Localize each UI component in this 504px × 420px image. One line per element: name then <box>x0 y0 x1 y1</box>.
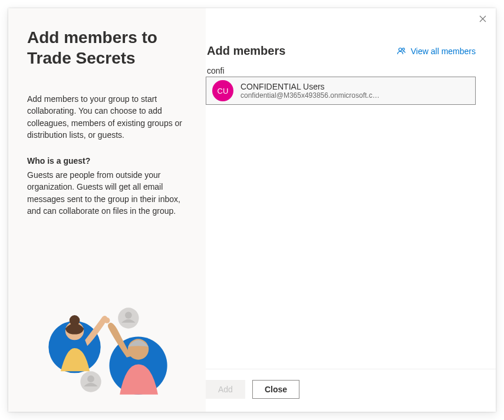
main-heading: Add members <box>207 44 285 58</box>
close-button[interactable]: Close <box>252 380 299 399</box>
guest-subheading: Who is a guest? <box>27 156 189 166</box>
panel-title: Add members to Trade Secrets <box>27 27 189 68</box>
suggestion-text: CONFIDENTIAL Users confidential@M365x493… <box>241 82 380 100</box>
avatar: CU <box>212 80 233 101</box>
member-suggestion[interactable]: CU CONFIDENTIAL Users confidential@M365x… <box>206 77 476 105</box>
suggestion-name: CONFIDENTIAL Users <box>241 82 380 91</box>
people-illustration <box>27 295 189 406</box>
svg-point-1 <box>125 312 132 319</box>
svg-point-3 <box>87 375 94 382</box>
guest-description: Guests are people from outside your orga… <box>27 169 189 217</box>
svg-point-11 <box>402 48 404 50</box>
header-row: Add members View all members <box>207 8 496 66</box>
search-input[interactable]: confi <box>207 66 496 75</box>
svg-point-9 <box>104 318 110 323</box>
main-panel: Add members View all members confi CU CO… <box>206 8 496 412</box>
add-members-dialog: Add members to Trade Secrets Add members… <box>8 8 496 412</box>
add-button: Add <box>206 380 245 399</box>
view-all-members-link[interactable]: View all members <box>397 47 476 56</box>
dialog-footer: Add Close <box>206 369 496 412</box>
people-icon <box>397 47 406 56</box>
svg-point-10 <box>398 48 401 51</box>
view-all-label: View all members <box>411 47 476 56</box>
panel-description: Add members to your group to start colla… <box>27 93 189 141</box>
info-panel: Add members to Trade Secrets Add members… <box>8 8 206 412</box>
suggestion-email: confidential@M365x493856.onmicrosoft.c… <box>241 91 380 100</box>
